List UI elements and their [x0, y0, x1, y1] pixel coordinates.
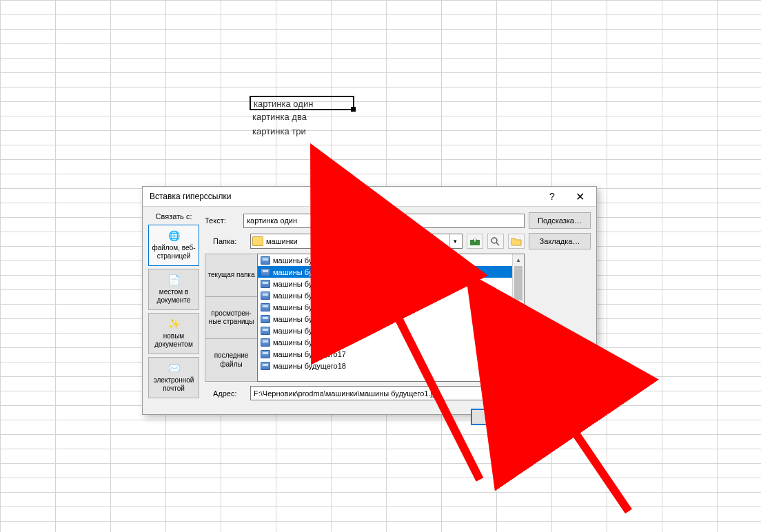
file-item[interactable]: машины будущего18 [258, 360, 524, 371]
image-file-icon [261, 338, 270, 347]
scroll-thumb[interactable] [514, 266, 522, 300]
link-to-place-in-doc[interactable]: 📄 местом в документе [148, 269, 199, 310]
file-name: машины будущего1 [273, 268, 342, 276]
image-file-icon [261, 303, 270, 311]
look-in-label: Папка: [205, 237, 246, 245]
link-to-label-text: файлом, веб-страницей [150, 244, 197, 261]
tab-recent-files[interactable]: последние файлы [205, 339, 257, 382]
link-to-label-text: местом в документе [150, 288, 197, 305]
dialog-footer: ОК Отмена [143, 406, 596, 432]
tab-current-folder[interactable]: текущая папка [205, 254, 257, 297]
new-document-icon: ✨ [166, 318, 181, 331]
file-name: машины будущего [273, 256, 338, 265]
image-file-icon [261, 350, 270, 358]
file-item[interactable]: машины будущего11 [258, 289, 524, 301]
ok-button[interactable]: ОК [471, 409, 529, 425]
scroll-up-icon[interactable]: ▲ [513, 254, 524, 266]
globe-file-icon: 🌐 [166, 230, 181, 243]
image-file-icon [261, 256, 270, 265]
file-item[interactable]: машины будущего1 [258, 266, 524, 278]
svg-line-1 [496, 243, 499, 245]
cell-range: картинка один картинка два картинка три [250, 96, 354, 139]
image-file-icon [261, 315, 270, 323]
magnifier-icon [490, 236, 501, 246]
image-file-icon [261, 280, 270, 288]
file-name: машины будущего11 [273, 291, 346, 300]
file-list[interactable]: машины будущегомашины будущего1машины бу… [257, 254, 525, 382]
file-name: машины будущего17 [273, 350, 346, 358]
cell[interactable]: картинка два [250, 110, 354, 125]
file-item[interactable]: машины будущего13 [258, 301, 524, 313]
browse-file-button[interactable] [508, 234, 525, 249]
text-to-display-input[interactable] [243, 214, 525, 228]
file-item[interactable]: машины будущего16 [258, 336, 524, 348]
link-to-label-text: новым документом [150, 332, 197, 349]
insert-hyperlink-dialog: Вставка гиперссылки ? ✕ Связать с: 🌐 фай… [142, 186, 597, 415]
link-to-new-doc[interactable]: ✨ новым документом [148, 313, 199, 354]
image-file-icon [261, 268, 270, 276]
file-item[interactable]: машины будущего14 [258, 313, 524, 325]
help-button[interactable]: ? [538, 187, 566, 206]
up-folder-icon [469, 236, 480, 246]
file-name: машины будущего15 [273, 327, 346, 335]
file-item[interactable]: машины будущего15 [258, 325, 524, 336]
text-to-display-label: Текст: [205, 216, 239, 225]
image-file-icon [261, 362, 270, 370]
cell[interactable]: картинка три [250, 125, 354, 139]
scroll-track[interactable] [513, 266, 524, 369]
file-item[interactable]: машины будущего17 [258, 348, 524, 360]
file-name: машины будущего13 [273, 303, 346, 311]
look-in-value: машинки [266, 237, 449, 245]
address-input[interactable] [251, 389, 508, 398]
link-to-label-text: электронной почтой [150, 376, 197, 393]
browse-area: текущая папка просмотрен-ные страницы по… [205, 254, 591, 382]
image-file-icon [261, 327, 270, 335]
folder-icon [252, 236, 263, 246]
screentip-button[interactable]: Подсказка… [529, 212, 591, 229]
dialog-titlebar[interactable]: Вставка гиперссылки ? ✕ [143, 187, 596, 207]
cell-selected[interactable]: картинка один [250, 96, 354, 110]
image-file-icon [261, 291, 270, 300]
dialog-main: Текст: Подсказка… Папка: машинки ▾ [205, 212, 591, 400]
browse-web-button[interactable] [487, 234, 504, 249]
file-item[interactable]: машины будущего [258, 254, 524, 266]
link-to-email[interactable]: ✉️ электронной почтой [148, 357, 199, 398]
file-item[interactable]: машины будущего10 [258, 278, 524, 289]
tab-browsed-pages[interactable]: просмотрен-ные страницы [205, 297, 257, 340]
scrollbar[interactable]: ▲ ▼ [512, 254, 524, 381]
scroll-down-icon[interactable]: ▼ [513, 369, 524, 381]
link-to-panel: Связать с: 🌐 файлом, веб-страницей 📄 мес… [148, 212, 199, 400]
file-name: машины будущего14 [273, 315, 346, 323]
address-combo[interactable]: ▾ [250, 386, 520, 400]
up-one-level-button[interactable] [467, 234, 483, 249]
email-icon: ✉️ [166, 362, 181, 375]
chevron-down-icon[interactable]: ▾ [449, 234, 460, 248]
link-to-file-web[interactable]: 🌐 файлом, веб-страницей [148, 225, 199, 266]
open-folder-icon [511, 236, 522, 246]
chevron-down-icon[interactable]: ▾ [508, 387, 520, 400]
bookmark-button[interactable]: Закладка… [529, 233, 591, 249]
file-name: машины будущего10 [273, 280, 346, 288]
look-in-combo[interactable]: машинки ▾ [250, 234, 463, 249]
address-label: Адрес: [205, 389, 246, 398]
dialog-title: Вставка гиперссылки [150, 192, 538, 201]
document-place-icon: 📄 [166, 274, 181, 287]
file-name: машины будущего16 [273, 338, 346, 347]
browse-tabs: текущая папка просмотрен-ные страницы по… [205, 254, 257, 382]
svg-point-0 [491, 238, 497, 243]
cancel-button[interactable]: Отмена [533, 409, 591, 425]
file-name: машины будущего18 [273, 362, 346, 370]
close-button[interactable]: ✕ [566, 187, 593, 206]
link-to-label: Связать с: [148, 212, 199, 221]
